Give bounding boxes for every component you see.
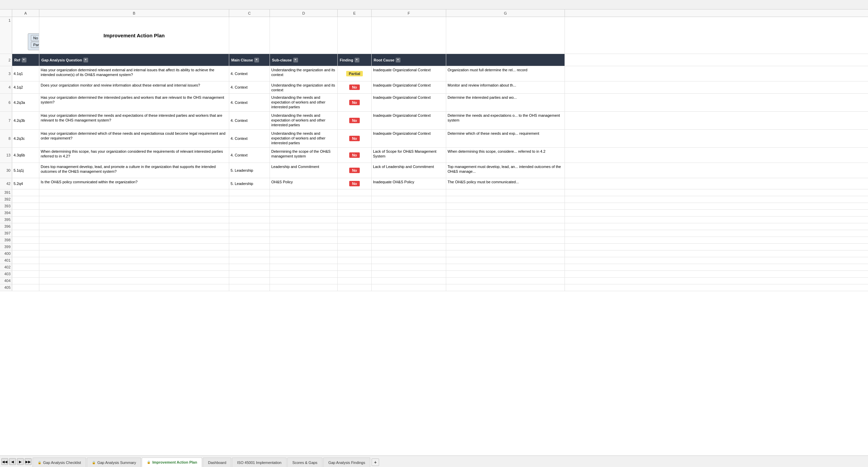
tab-dashboard[interactable]: Dashboard xyxy=(203,457,231,467)
tab-bar: ◀◀ ◀ ▶ ▶▶ 🔒Gap Analysis Checklist🔒Gap An… xyxy=(0,455,868,467)
cell-question[interactable]: When determining this scope, has your or… xyxy=(39,148,229,163)
tab-nav-left-left[interactable]: ◀◀ xyxy=(1,458,8,465)
filter-icon-root-cause[interactable] xyxy=(396,58,400,62)
cell-question[interactable]: Has your organization determined the int… xyxy=(39,94,229,111)
empty-row: 405 xyxy=(0,284,868,291)
col-header-e[interactable]: E xyxy=(338,10,372,17)
filter-icon-question[interactable] xyxy=(83,58,88,62)
row-num-4: 4 xyxy=(0,81,12,93)
finding-badge: Partial xyxy=(346,71,363,76)
header-question: Gap Analysis Question xyxy=(39,54,229,66)
filter-icon-ref[interactable] xyxy=(22,58,26,62)
row-num-396: 396 xyxy=(0,223,12,230)
sub-clause-text: Determining the scope of the OH&S manage… xyxy=(271,149,336,159)
col-header-f[interactable]: F xyxy=(372,10,446,17)
cell-question[interactable]: Has your organization determined the nee… xyxy=(39,112,229,129)
header-sub-clause-label: Sub-clause xyxy=(272,58,292,62)
empty-row: 395 xyxy=(0,217,868,223)
filter-icon-sub-clause[interactable] xyxy=(293,58,298,62)
cell-main-clause: 4. Context xyxy=(229,112,270,129)
cell-question[interactable]: Is the OH&S policy communicated within t… xyxy=(39,178,229,189)
cell-root-cause: Inadequate Organizational Context xyxy=(372,66,446,81)
data-rows: 3 4.1q1 Has your organization determined… xyxy=(0,66,868,189)
filter-icon-finding[interactable] xyxy=(355,58,359,62)
col-header-b[interactable]: B xyxy=(39,10,229,17)
spreadsheet-body: A B C D E F G 1 No xyxy=(0,10,868,455)
tab-label: ISO 45001 Implementation xyxy=(237,461,281,465)
cell-sub-clause: Understanding the organization and its c… xyxy=(270,66,338,81)
filter-icon-main-clause[interactable] xyxy=(254,58,259,62)
row-num-3: 3 xyxy=(0,66,12,81)
cell-action: Determine which of these needs and exp..… xyxy=(446,130,565,147)
cell-sub-clause: OH&S Policy xyxy=(270,178,338,189)
col-header-d[interactable]: D xyxy=(270,10,338,17)
tab-improvement-action-plan[interactable]: 🔒Improvement Action Plan xyxy=(142,457,202,467)
tab-gap-analysis-checklist[interactable]: 🔒Gap Analysis Checklist xyxy=(33,457,86,467)
cell-question[interactable]: Has your organization determined relevan… xyxy=(39,66,229,81)
cell-1-c xyxy=(229,17,270,54)
root-cause-text: Inadequate Organizational Context xyxy=(373,68,431,72)
tab-scores-gaps[interactable]: Scores & Gaps xyxy=(287,457,322,467)
cell-question[interactable]: Has your organization determined which o… xyxy=(39,130,229,147)
cell-main-clause: 4. Context xyxy=(229,81,270,93)
cell-1-g xyxy=(446,17,565,54)
tab-gap-analysis-findings[interactable]: Gap Analysis Findings xyxy=(323,457,370,467)
cell-finding: No xyxy=(338,148,372,163)
cell-main-clause: 4. Context xyxy=(229,148,270,163)
header-ref: Ref xyxy=(12,54,39,66)
tab-add-button[interactable]: + xyxy=(372,459,379,466)
cell-question[interactable]: Does your organization monitor and revie… xyxy=(39,81,229,93)
tab-gap-analysis-summary[interactable]: 🔒Gap Analysis Summary xyxy=(87,457,141,467)
question-text: Does top management develop, lead, and p… xyxy=(41,164,228,174)
cell-sub-clause: Understanding the needs and expectation … xyxy=(270,94,338,111)
cell-main-clause: 5. Leadership xyxy=(229,178,270,189)
action-text: Determine which of these needs and exp..… xyxy=(448,131,539,136)
header-question-label: Gap Analysis Question xyxy=(41,58,82,62)
empty-row: 402 xyxy=(0,264,868,271)
header-main-clause-label: Main Clause xyxy=(231,58,253,62)
tab-nav-left[interactable]: ◀ xyxy=(9,458,16,465)
question-text: Is the OH&S policy communicated within t… xyxy=(41,180,138,184)
tab-nav-right[interactable]: ▶ xyxy=(17,458,24,465)
header-root-cause-label: Root Cause xyxy=(374,58,394,62)
filter-legend-partial[interactable]: Partial xyxy=(31,42,39,48)
tab-nav-right-right[interactable]: ▶▶ xyxy=(25,458,32,465)
cell-sub-clause: Understanding the needs and expectation … xyxy=(270,130,338,147)
cell-sub-clause: Determining the scope of the OH&S manage… xyxy=(270,148,338,163)
cell-finding: No xyxy=(338,94,372,111)
cell-main-clause: 4. Context xyxy=(229,66,270,81)
header-root-cause: Root Cause xyxy=(372,54,446,66)
cell-1-f xyxy=(372,17,446,54)
empty-row: 403 xyxy=(0,271,868,278)
row-num-7: 7 xyxy=(0,112,12,129)
row-num-392: 392 xyxy=(0,196,12,203)
empty-row: 396 xyxy=(0,223,868,230)
row-num-30: 30 xyxy=(0,163,12,178)
tab-label: Scores & Gaps xyxy=(292,461,317,465)
cell-root-cause: Inadequate Organizational Context xyxy=(372,94,446,111)
empty-rows: 391 392 393 394 395 xyxy=(0,189,868,291)
finding-badge: No xyxy=(349,152,360,158)
tab-iso-45001-implementation[interactable]: ISO 45001 Implementation xyxy=(232,457,287,467)
sub-clause-text: Understanding the needs and expectation … xyxy=(271,95,336,110)
col-header-g[interactable]: G xyxy=(446,10,565,17)
sub-clause-text: Understanding the needs and expectation … xyxy=(271,113,336,128)
cell-root-cause: Inadequate Organizational Context xyxy=(372,81,446,93)
cell-1-a: No Partial xyxy=(12,17,39,54)
filter-legend-no[interactable]: No xyxy=(31,35,39,41)
root-cause-text: Inadequate OH&S Policy xyxy=(373,180,414,184)
cell-ref: 5.2q4 xyxy=(12,178,39,189)
empty-row: 391 xyxy=(0,189,868,196)
cell-ref: 4.2q3c xyxy=(12,130,39,147)
col-header-a[interactable]: A xyxy=(12,10,39,17)
cell-question[interactable]: Does top management develop, lead, and p… xyxy=(39,163,229,178)
col-header-c[interactable]: C xyxy=(229,10,270,17)
row-num-402: 402 xyxy=(0,264,12,270)
spreadsheet-container: A B C D E F G 1 No xyxy=(0,0,868,467)
root-cause-text: Lack of Scope for OH&S Management System xyxy=(373,149,445,159)
cell-action: Top management must develop, lead, an...… xyxy=(446,163,565,178)
empty-row: 393 xyxy=(0,203,868,210)
table-row: 13 4.3q6b When determining this scope, h… xyxy=(0,148,868,163)
rows-area: 1 No Partial Improvement Action Pla xyxy=(0,17,868,455)
row-num-393: 393 xyxy=(0,203,12,209)
